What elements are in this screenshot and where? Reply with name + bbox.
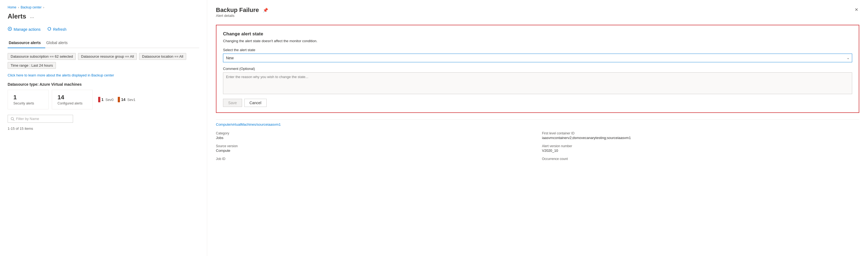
breadcrumb-sep1: › — [18, 6, 19, 9]
save-button[interactable]: Save — [223, 99, 242, 107]
change-alert-state-box: Change alert state Changing the alert st… — [216, 25, 859, 113]
tab-global[interactable]: Global alerts — [45, 38, 72, 48]
refresh-label: Refresh — [53, 27, 66, 32]
alert-state-select[interactable]: New Acknowledged Closed — [223, 53, 852, 62]
refresh-icon — [47, 27, 52, 32]
sev1-dot — [118, 97, 120, 102]
sev0-label: Sev0 — [105, 98, 114, 102]
breadcrumb-home[interactable]: Home — [8, 5, 17, 9]
detail-first-level-container: First level container ID iaasvmcontainer… — [542, 132, 859, 140]
sev0-indicator: 1 Sev0 — [98, 97, 114, 102]
select-alert-state-label: Select the alert state — [223, 48, 852, 52]
panel-title-row: Backup Failure 📌 — [216, 6, 269, 13]
info-link[interactable]: Click here to learn more about the alert… — [8, 73, 199, 77]
left-panel: Home › Backup center › Alerts ... Manage… — [0, 0, 207, 256]
detail-grid: Category Jobs First level container ID i… — [216, 132, 859, 161]
panel-title-group: Backup Failure 📌 Alert details — [216, 6, 269, 23]
filter-resource-group[interactable]: Datasource resource group == All — [78, 53, 137, 60]
toolbar: Manage actions Refresh — [8, 26, 199, 33]
manage-actions-icon — [8, 27, 12, 32]
detail-alert-version: Alert version number V2020_10 — [542, 144, 859, 153]
comment-label: Comment (Optional) — [223, 67, 852, 71]
manage-actions-button[interactable]: Manage actions — [8, 26, 41, 33]
panel-title: Backup Failure — [216, 6, 259, 13]
svg-point-1 — [9, 28, 10, 29]
cancel-button[interactable]: Cancel — [244, 99, 267, 107]
detail-source-version: Source version Compute — [216, 144, 533, 153]
detail-category: Category Jobs — [216, 132, 533, 140]
panel-subtitle: Alert details — [216, 13, 269, 18]
configured-alerts-card: 14 Configured alerts — [52, 90, 93, 109]
filter-time-range[interactable]: Time range : Last 24 hours — [8, 62, 56, 69]
panel-header: Backup Failure 📌 Alert details ✕ — [216, 6, 859, 23]
security-label: Security alerts — [13, 102, 43, 105]
sev1-indicator: 14 Sev1 — [118, 97, 135, 102]
configured-label: Configured alerts — [58, 102, 87, 105]
search-bar — [8, 115, 73, 123]
close-button[interactable]: ✕ — [854, 6, 859, 13]
datasource-section-title: Datasource type: Azure Virtual machines — [8, 82, 199, 86]
tabs: Datasource alerts Global alerts — [8, 38, 199, 48]
action-buttons: Save Cancel — [223, 99, 852, 107]
comment-textarea[interactable] — [223, 72, 852, 94]
breadcrumb-backup-center[interactable]: Backup center — [21, 5, 42, 9]
pin-icon: 📌 — [263, 8, 268, 12]
page-title-row: Alerts ... — [8, 12, 199, 20]
detail-job-id: Job ID — [216, 157, 533, 161]
breadcrumb-sep2: › — [43, 6, 44, 9]
sev-indicators: 1 Sev0 14 Sev1 — [98, 97, 135, 102]
tab-datasource[interactable]: Datasource alerts — [8, 38, 45, 48]
security-count: 1 — [13, 94, 43, 101]
alert-state-title: Change alert state — [223, 31, 852, 37]
search-input[interactable] — [16, 117, 70, 121]
sev1-label: Sev1 — [127, 98, 135, 102]
summary-cards: 1 Security alerts 14 Configured alerts 1… — [8, 90, 199, 109]
sev0-count: 1 — [101, 98, 103, 102]
more-options-button[interactable]: ... — [29, 13, 35, 19]
vm-path[interactable]: Compute/virtualMachines/sourceiaasvm1 — [216, 119, 859, 126]
items-count: 1-15 of 15 items — [8, 126, 199, 131]
close-icon: ✕ — [855, 7, 858, 12]
filter-subscription[interactable]: Datasource subscription == 62 selected — [8, 53, 76, 60]
alert-state-desc: Changing the alert state doesn't affect … — [223, 39, 852, 43]
sev0-dot — [98, 97, 100, 102]
alert-state-select-wrapper: New Acknowledged Closed ⌄ — [223, 53, 852, 62]
right-panel: Backup Failure 📌 Alert details ✕ Change … — [207, 0, 868, 256]
manage-actions-label: Manage actions — [13, 27, 41, 32]
breadcrumb: Home › Backup center › — [8, 5, 199, 9]
filter-location[interactable]: Datasource location == All — [139, 53, 186, 60]
refresh-button[interactable]: Refresh — [47, 26, 66, 33]
detail-occurrence-count: Occurrence count — [542, 157, 859, 161]
sev1-count: 14 — [121, 98, 125, 102]
pin-button[interactable]: 📌 — [262, 7, 269, 13]
page-title: Alerts — [8, 12, 26, 20]
security-alerts-card: 1 Security alerts — [8, 90, 49, 109]
configured-count: 14 — [58, 94, 87, 101]
search-icon — [11, 117, 14, 121]
svg-line-3 — [13, 119, 14, 120]
filters: Datasource subscription == 62 selected D… — [8, 53, 199, 69]
